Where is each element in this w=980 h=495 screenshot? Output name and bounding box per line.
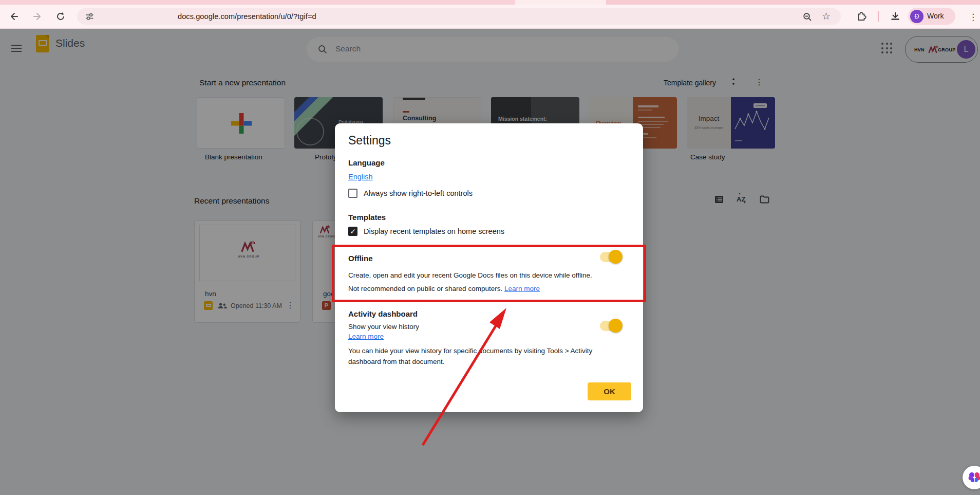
extensions-puzzle-icon[interactable] [856, 11, 867, 22]
profile-avatar: Đ [910, 10, 924, 23]
browser-toolbar: docs.google.com/presentation/u/0/?tgif=d… [0, 5, 980, 29]
templates-heading: Templates [348, 213, 386, 222]
screen: docs.google.com/presentation/u/0/?tgif=d… [0, 0, 980, 495]
dialog-title: Settings [348, 134, 391, 148]
forward-button[interactable] [30, 9, 45, 24]
back-arrow-icon [9, 11, 19, 22]
tab-strip-segment [606, 0, 980, 5]
view-history-label: Show your view history [348, 323, 419, 331]
rtl-controls-label: Always show right-to-left controls [364, 189, 473, 197]
url-bar[interactable]: docs.google.com/presentation/u/0/?tgif=d… [77, 8, 841, 25]
toggle-knob [609, 319, 623, 333]
bookmark-star-icon[interactable]: ☆ [822, 10, 831, 22]
browser-menu-icon[interactable]: ⋮ [969, 12, 977, 23]
back-button[interactable] [6, 9, 22, 24]
site-info-icon[interactable] [85, 12, 94, 21]
recent-templates-checkbox[interactable]: ✓ [348, 227, 357, 236]
browser-tab-strip[interactable] [0, 0, 980, 5]
activity-dashboard-heading: Activity dashboard [348, 309, 418, 318]
view-history-toggle[interactable] [600, 321, 620, 331]
forward-arrow-icon [32, 11, 43, 22]
profile-label: Work [927, 12, 944, 20]
language-heading: Language [348, 158, 385, 167]
brain-glyph [967, 471, 980, 484]
url-text[interactable]: docs.google.com/presentation/u/0/?tgif=d [178, 12, 316, 21]
recent-templates-label: Display recent templates on home screens [364, 227, 504, 235]
ok-button[interactable]: OK [588, 382, 631, 400]
rtl-controls-checkbox[interactable] [348, 189, 357, 198]
language-link[interactable]: English [348, 173, 373, 181]
annotation-highlight-box [332, 245, 646, 302]
browser-profile-button[interactable]: Đ Work [908, 8, 955, 25]
toolbar-divider [878, 11, 879, 22]
activity-learn-more-link[interactable]: Learn more [348, 333, 384, 340]
download-icon[interactable] [890, 11, 900, 22]
check-icon: ✓ [350, 227, 356, 235]
refresh-button[interactable] [53, 9, 68, 24]
active-tab-segment [515, 0, 606, 5]
refresh-icon [55, 11, 66, 22]
activity-note: You can hide your view history for speci… [348, 345, 626, 367]
zoom-out-icon[interactable] [803, 12, 812, 22]
